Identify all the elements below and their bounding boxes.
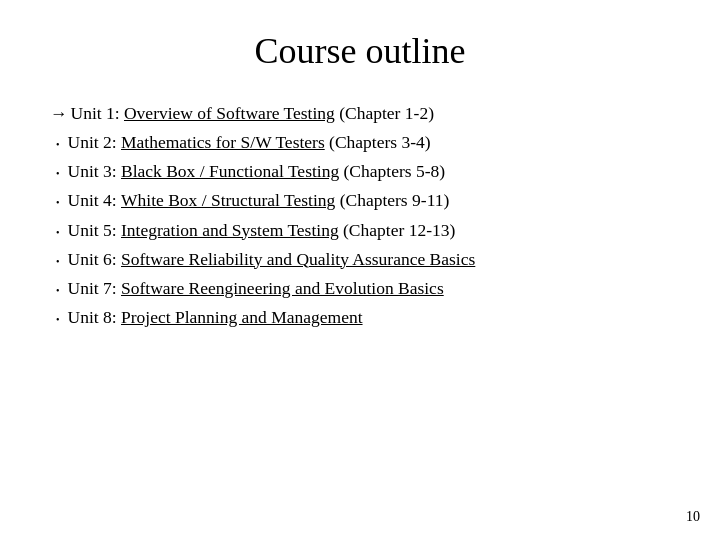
list-item-unit2: • Unit 2: Mathematics for S/W Testers (C… bbox=[50, 129, 670, 156]
unit6-prefix: Unit 6: bbox=[68, 246, 121, 273]
unit7-prefix: Unit 7: bbox=[68, 275, 121, 302]
unit2-link: Mathematics for S/W Testers bbox=[121, 129, 325, 156]
list-item-unit3: • Unit 3: Black Box / Functional Testing… bbox=[50, 158, 670, 185]
list-item-unit5: • Unit 5: Integration and System Testing… bbox=[50, 217, 670, 244]
unit1-rest: (Chapter 1-2) bbox=[335, 100, 434, 127]
bullet-icon: • bbox=[56, 195, 60, 211]
unit2-prefix: Unit 2: bbox=[68, 129, 121, 156]
unit-list: → Unit 1: Overview of Software Testing (… bbox=[50, 100, 670, 333]
unit6-link: Software Reliability and Quality Assuran… bbox=[121, 246, 475, 273]
unit4-prefix: Unit 4: bbox=[68, 187, 121, 214]
page-number: 10 bbox=[686, 509, 700, 525]
list-item-unit4: • Unit 4: White Box / Structural Testing… bbox=[50, 187, 670, 214]
unit5-link: Integration and System Testing bbox=[121, 217, 339, 244]
bullet-icon: • bbox=[56, 166, 60, 182]
bullet-icon: • bbox=[56, 312, 60, 328]
slide-title: Course outline bbox=[50, 30, 670, 72]
unit3-prefix: Unit 3: bbox=[68, 158, 121, 185]
bullet-icon: • bbox=[56, 254, 60, 270]
unit1-prefix: Unit 1: bbox=[71, 100, 124, 127]
unit4-rest: (Chapters 9-11) bbox=[335, 187, 449, 214]
unit8-prefix: Unit 8: bbox=[68, 304, 121, 331]
list-item-unit8: • Unit 8: Project Planning and Managemen… bbox=[50, 304, 670, 331]
unit4-link: White Box / Structural Testing bbox=[121, 187, 335, 214]
unit2-rest: (Chapters 3-4) bbox=[325, 129, 431, 156]
bullet-icon: • bbox=[56, 225, 60, 241]
bullet-icon: • bbox=[56, 283, 60, 299]
unit8-link: Project Planning and Management bbox=[121, 304, 363, 331]
unit3-link: Black Box / Functional Testing bbox=[121, 158, 339, 185]
unit7-link: Software Reengineering and Evolution Bas… bbox=[121, 275, 444, 302]
arrow-icon: → bbox=[50, 100, 68, 127]
unit5-rest: (Chapter 12-13) bbox=[339, 217, 456, 244]
unit3-rest: (Chapters 5-8) bbox=[339, 158, 445, 185]
bullet-icon: • bbox=[56, 137, 60, 153]
unit1-link: Overview of Software Testing bbox=[124, 100, 335, 127]
slide: Course outline → Unit 1: Overview of Sof… bbox=[0, 0, 720, 540]
list-item-unit7: • Unit 7: Software Reengineering and Evo… bbox=[50, 275, 670, 302]
list-item-unit6: • Unit 6: Software Reliability and Quali… bbox=[50, 246, 670, 273]
content-area: → Unit 1: Overview of Software Testing (… bbox=[50, 100, 670, 510]
list-item-unit1: → Unit 1: Overview of Software Testing (… bbox=[50, 100, 670, 127]
unit5-prefix: Unit 5: bbox=[68, 217, 121, 244]
